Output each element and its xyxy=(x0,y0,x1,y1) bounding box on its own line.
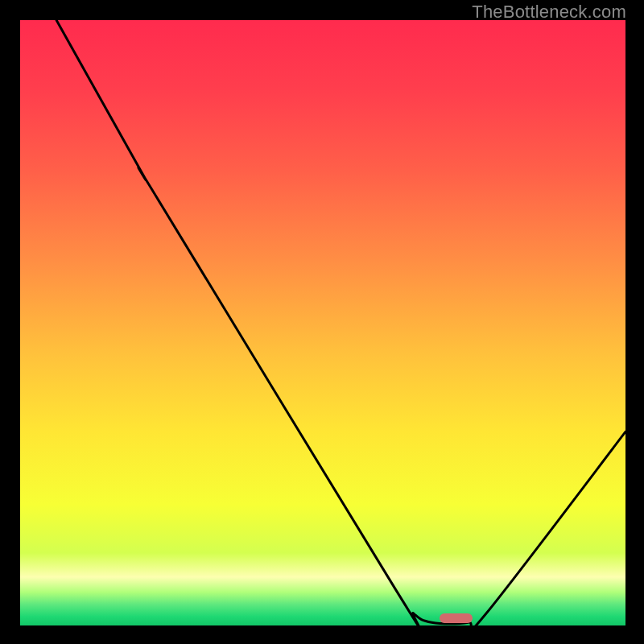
plot-area xyxy=(20,20,625,625)
bottleneck-curve xyxy=(56,20,625,625)
curve-layer xyxy=(20,20,625,625)
chart-frame: TheBottleneck.com xyxy=(0,0,644,644)
optimal-marker xyxy=(440,613,473,623)
watermark-text: TheBottleneck.com xyxy=(472,2,626,23)
